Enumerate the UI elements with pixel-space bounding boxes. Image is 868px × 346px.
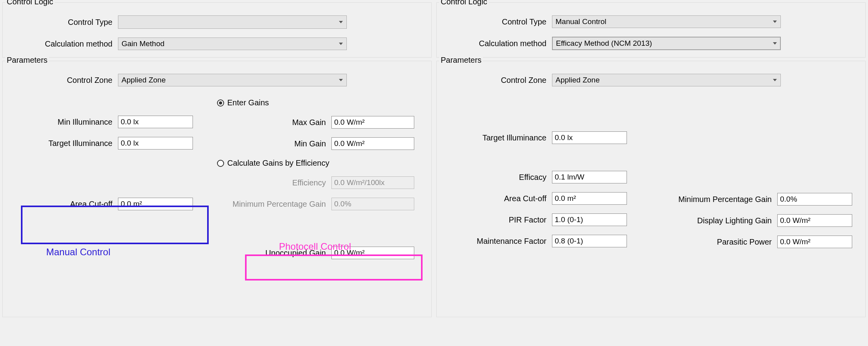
control-type-label-right: Control Type <box>441 17 552 26</box>
parasitic-input[interactable] <box>777 236 852 248</box>
efficiency-label: Efficiency <box>217 178 331 187</box>
control-zone-value-right[interactable]: Applied Zone <box>552 74 781 86</box>
parasitic-label: Parasitic Power <box>651 238 777 247</box>
min-gain-label: Min Gain <box>217 139 331 148</box>
right-panel: Control Logic Control Type Manual Contro… <box>434 0 868 346</box>
control-type-value-left[interactable] <box>118 15 347 29</box>
pir-label: PIR Factor <box>441 215 552 224</box>
display-light-input[interactable] <box>777 214 852 227</box>
control-zone-label-left: Control Zone <box>7 76 118 85</box>
calc-method-label-right: Calculation method <box>441 39 552 48</box>
max-gain-input[interactable] <box>331 116 414 129</box>
annotation-label-manual-control: Manual Control <box>46 247 110 258</box>
group-title-control-logic-right: Control Logic <box>439 0 489 6</box>
group-parameters-right: Parameters Control Zone Applied Zone Tar… <box>436 61 866 317</box>
area-cutoff-input-right[interactable] <box>552 192 627 205</box>
min-pct-gain-label-right: Minimum Percentage Gain <box>651 195 777 204</box>
group-title-parameters-right: Parameters <box>439 56 483 65</box>
control-type-select-right[interactable]: Manual Control <box>552 15 781 28</box>
radio-enter-gains-label: Enter Gains <box>227 98 269 107</box>
min-pct-gain-input-left <box>331 198 414 210</box>
group-control-logic-right: Control Logic Control Type Manual Contro… <box>436 2 866 58</box>
target-illum-input-left[interactable] <box>118 137 193 150</box>
control-zone-value-left[interactable]: Applied Zone <box>118 74 347 86</box>
max-gain-label: Max Gain <box>217 118 331 127</box>
calc-method-value-right[interactable]: Efficacy Method (NCM 2013) <box>552 37 781 50</box>
efficiency-input <box>331 176 414 189</box>
min-gain-input[interactable] <box>331 137 414 150</box>
group-title-control-logic-left: Control Logic <box>5 0 55 6</box>
radio-calc-eff[interactable] <box>217 160 224 167</box>
control-zone-select-left[interactable]: Applied Zone <box>118 74 347 86</box>
control-zone-label-right: Control Zone <box>441 76 552 85</box>
radio-calc-eff-label: Calculate Gains by Efficiency <box>227 159 329 168</box>
min-illum-label: Min Illuminance <box>7 118 118 127</box>
min-pct-gain-input-right[interactable] <box>777 193 852 206</box>
efficacy-label: Efficacy <box>441 173 552 182</box>
radio-enter-gains[interactable] <box>217 99 224 107</box>
target-illum-input-right[interactable] <box>552 131 627 144</box>
calc-method-label-left: Calculation method <box>7 39 118 49</box>
area-cutoff-label-left: Area Cut-off <box>7 200 118 209</box>
target-illum-label-left: Target Illuminance <box>7 139 118 148</box>
min-illum-input[interactable] <box>118 116 193 128</box>
annotation-label-photocell-control: Photocell Control <box>279 241 351 252</box>
maint-input[interactable] <box>552 235 627 247</box>
control-zone-select-right[interactable]: Applied Zone <box>552 74 781 86</box>
group-control-logic-left: Control Logic Control Type Calculation m… <box>2 2 432 58</box>
group-parameters-left: Parameters Control Zone Applied Zone Min… <box>2 61 432 317</box>
target-illum-label-right: Target Illuminance <box>441 133 552 142</box>
group-title-parameters-left: Parameters <box>5 56 49 65</box>
calc-method-value-left[interactable]: Gain Method <box>118 37 347 50</box>
calc-method-select-right[interactable]: Efficacy Method (NCM 2013) <box>552 37 781 50</box>
left-panel: Control Logic Control Type Calculation m… <box>0 0 434 346</box>
control-type-label-left: Control Type <box>7 18 118 27</box>
calc-method-select-left[interactable]: Gain Method <box>118 37 347 50</box>
pir-input[interactable] <box>552 213 627 226</box>
efficacy-input[interactable] <box>552 171 627 183</box>
control-type-value-right[interactable]: Manual Control <box>552 15 781 28</box>
area-cutoff-input-left[interactable] <box>118 198 193 210</box>
min-pct-gain-label-left: Minimum Percentage Gain <box>217 200 331 209</box>
control-type-select-left[interactable] <box>118 15 347 29</box>
display-light-label: Display Lighting Gain <box>651 216 777 225</box>
area-cutoff-label-right: Area Cut-off <box>441 194 552 203</box>
maint-label: Maintenance Factor <box>441 237 552 246</box>
